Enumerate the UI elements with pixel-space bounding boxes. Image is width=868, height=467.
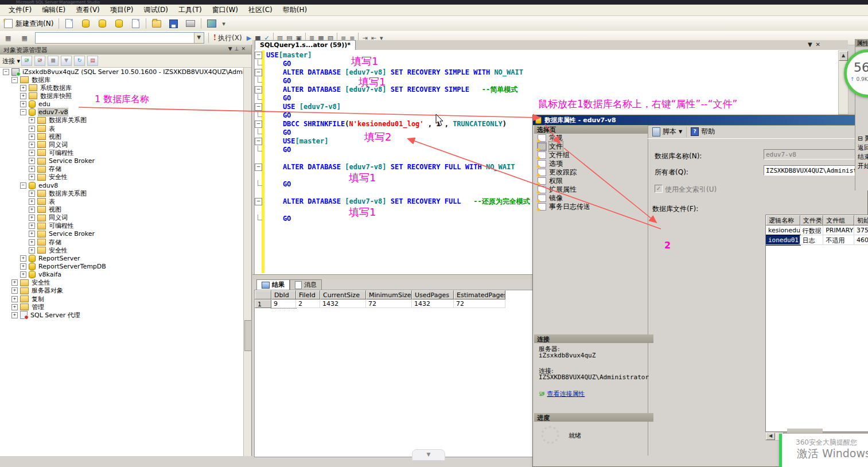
tree-item[interactable]: +复制	[0, 295, 243, 303]
scroll-left-icon[interactable]: ◀	[766, 433, 775, 440]
files-cell[interactable]: ionedu01_log	[766, 235, 800, 245]
code-collapse-icon[interactable]: −	[255, 138, 262, 145]
tree-expander-icon[interactable]: +	[29, 223, 35, 229]
dialog-page-4[interactable]: 更改跟踪	[534, 168, 648, 177]
tree-item[interactable]: +安全性	[0, 246, 243, 254]
database-combobox[interactable]: ▼	[35, 32, 204, 44]
tab-list-icon[interactable]: ▼	[808, 41, 816, 48]
scroll-up-icon[interactable]: ▲	[839, 51, 848, 61]
code-collapse-icon[interactable]: −	[255, 69, 262, 76]
database-files-grid[interactable]: 逻辑名称文件类型文件组初始大小(MB)自动增长kesionedu01行数据PRI…	[765, 215, 868, 432]
code-collapse-icon[interactable]: −	[255, 86, 262, 94]
tree-item[interactable]: +ReportServer	[0, 254, 243, 262]
script-dropdown-icon[interactable]: ▼	[679, 129, 682, 134]
files-column-header[interactable]: 初始大小(MB)	[854, 215, 868, 225]
available-databases-icon-1[interactable]: ▦	[1, 32, 15, 44]
tree-expander-icon[interactable]: +	[11, 279, 18, 286]
tab-results[interactable]: 结果	[256, 279, 290, 290]
tree-expander-icon[interactable]: +	[11, 296, 18, 302]
toolbar-overflow-icon[interactable]: ▾	[220, 20, 227, 28]
tree-expander-icon[interactable]: +	[29, 117, 35, 123]
tree-item[interactable]: +Service Broker	[0, 157, 243, 165]
dialog-page-1[interactable]: 文件	[534, 142, 648, 151]
tree-item[interactable]: −eduv8	[0, 181, 243, 189]
new-document-button[interactable]	[61, 17, 77, 30]
results-row[interactable]: 192143272143272	[255, 299, 533, 308]
tree-expander-icon[interactable]: +	[29, 126, 35, 132]
taskbar-peek-tab[interactable]: ▼	[412, 449, 445, 461]
dialog-page-7[interactable]: 镜像	[534, 194, 648, 203]
results-column-header[interactable]: UsedPages	[412, 290, 454, 299]
tree-expander-icon[interactable]: +	[29, 207, 35, 213]
menu-item[interactable]: 查看(V)	[71, 4, 105, 16]
tree-item[interactable]: +服务器对象	[0, 287, 243, 295]
tree-item[interactable]: +视图	[0, 205, 243, 213]
tree-item[interactable]: +存储	[0, 165, 243, 173]
code-collapse-icon[interactable]: −	[255, 103, 262, 111]
results-column-header[interactable]: CurrentSize	[320, 290, 366, 299]
tree-expander-icon[interactable]: +	[29, 134, 35, 140]
tree-item[interactable]: −eduv7-v8	[0, 108, 243, 116]
connect-button[interactable]: 连接 ▾	[2, 57, 20, 65]
save-button[interactable]	[166, 17, 181, 30]
tree-expander-icon[interactable]: +	[20, 101, 26, 107]
connect-icon[interactable]: 🖳	[21, 56, 32, 66]
results-column-header[interactable]: FileId	[296, 290, 320, 299]
tree-expander-icon[interactable]: +	[20, 263, 26, 270]
debug-button[interactable]: ▶	[245, 34, 253, 42]
tree-expander-icon[interactable]: +	[29, 190, 35, 197]
files-cell[interactable]: kesionedu01	[766, 225, 800, 235]
tree-expander-icon[interactable]: +	[29, 166, 35, 172]
tree-item[interactable]: +数据库关系图	[0, 189, 243, 197]
xmla-query-button[interactable]	[128, 17, 143, 30]
disconnect-icon[interactable]: 🖳	[34, 56, 45, 66]
panel-menu-icon[interactable]: ▼	[228, 46, 235, 52]
activity-monitor-button[interactable]	[204, 17, 220, 30]
refresh-icon[interactable]: ↻	[74, 56, 85, 66]
menu-item[interactable]: 窗口(W)	[207, 4, 243, 16]
tree-expander-icon[interactable]: +	[29, 199, 35, 205]
files-column-header[interactable]: 逻辑名称	[766, 215, 800, 225]
tree-item[interactable]: −数据库	[0, 76, 243, 84]
open-file-button[interactable]	[149, 17, 165, 30]
object-explorer-scrollbar[interactable]	[243, 68, 251, 456]
tree-expander-icon[interactable]: +	[20, 93, 26, 99]
tree-item[interactable]: +数据库关系图	[0, 116, 243, 124]
dialog-page-8[interactable]: 事务日志传送	[534, 203, 648, 211]
close-panel-icon[interactable]: ✕	[241, 46, 248, 52]
script-button[interactable]: 脚本	[663, 127, 676, 137]
dialog-page-5[interactable]: 权限	[534, 177, 648, 185]
files-column-header[interactable]: 文件组	[823, 215, 854, 225]
tree-expander-icon[interactable]: +	[29, 247, 35, 254]
tree-item[interactable]: −iZsxkdb8vux4quZ (SQL Server 10.50.1600 …	[0, 68, 243, 76]
files-column-header[interactable]: 文件类型	[800, 215, 824, 225]
available-databases-icon-2[interactable]: ▦	[17, 32, 32, 44]
files-row[interactable]: kesionedu01行数据PRIMARY375增量为 1 MB，不限	[766, 225, 868, 235]
menu-item[interactable]: 调试(D)	[138, 4, 173, 16]
tree-expander-icon[interactable]: +	[20, 255, 26, 262]
tree-expander-icon[interactable]: −	[20, 109, 26, 115]
tree-expander-icon[interactable]: +	[11, 287, 18, 294]
tree-item[interactable]: +可编程性	[0, 149, 243, 157]
analysis-query-button[interactable]	[95, 17, 110, 30]
tree-expander-icon[interactable]: +	[11, 312, 18, 318]
tree-item[interactable]: +ReportServerTempDB	[0, 262, 243, 270]
tree-item[interactable]: +SQL Server 代理	[0, 311, 243, 319]
mdx-query-button[interactable]	[111, 17, 127, 30]
new-query-button[interactable]: 新建查询(N)	[1, 17, 56, 30]
tree-item[interactable]: +系统数据库	[0, 84, 243, 92]
results-column-header[interactable]: MinimumSize	[366, 290, 412, 299]
results-column-header[interactable]: DbId	[271, 290, 296, 299]
tree-expander-icon[interactable]: +	[29, 150, 35, 156]
tree-expander-icon[interactable]: −	[3, 69, 9, 75]
tree-item[interactable]: +存储	[0, 238, 243, 246]
tree-expander-icon[interactable]: +	[29, 239, 35, 246]
tree-item[interactable]: +安全性	[0, 173, 243, 181]
tree-expander-icon[interactable]: −	[20, 182, 26, 189]
tree-expander-icon[interactable]: −	[11, 77, 18, 83]
results-grid[interactable]: DbIdFileIdCurrentSizeMinimumSizeUsedPage…	[254, 290, 534, 457]
tree-expander-icon[interactable]: +	[29, 231, 35, 237]
tree-item[interactable]: +安全性	[0, 279, 243, 287]
tab-messages[interactable]: 消息	[290, 279, 322, 290]
menu-item[interactable]: 编辑(E)	[37, 4, 71, 16]
